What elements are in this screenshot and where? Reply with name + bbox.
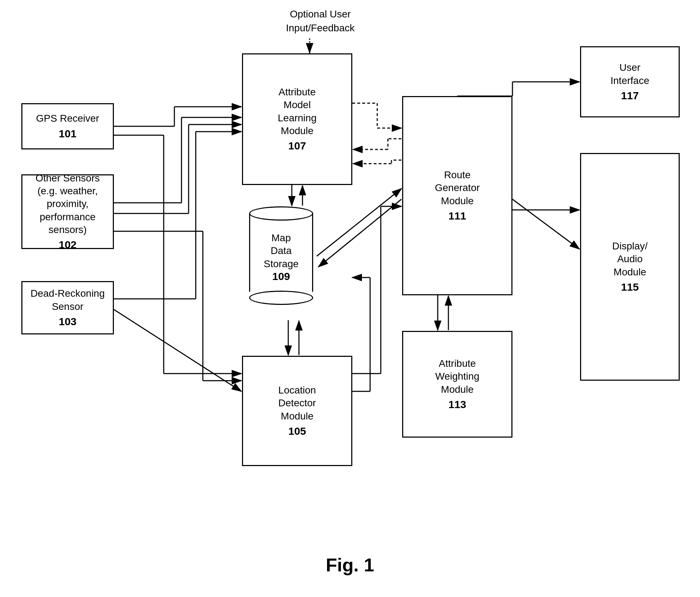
map-data-label: Map Data Storage: [264, 232, 299, 270]
optional-input-label: Optional User Input/Feedback: [270, 7, 370, 35]
diagram: Optional User Input/Feedback GPS Receive…: [0, 0, 700, 597]
attribute-model-box: Attribute Model Learning Module 107: [242, 53, 352, 185]
display-audio-box: Display/ Audio Module 115: [580, 153, 680, 381]
attribute-weighting-label: Attribute Weighting Module: [435, 357, 479, 396]
gps-receiver-label: GPS Receiver: [36, 112, 99, 125]
svg-line-48: [512, 199, 579, 249]
cyl-body: Map Data Storage 109: [249, 213, 313, 292]
location-detector-box: Location Detector Module 105: [242, 356, 352, 466]
user-interface-box: User Interface 117: [580, 46, 680, 117]
other-sensors-box: Other Sensors (e.g. weather, proximity, …: [21, 174, 114, 249]
dead-reckoning-label: Dead-Reckoning Sensor: [31, 287, 105, 313]
dead-reckoning-box: Dead-Reckoning Sensor 103: [21, 281, 114, 334]
attribute-model-num: 107: [288, 139, 306, 153]
dotted-line: [309, 38, 310, 54]
location-detector-num: 105: [288, 424, 306, 438]
user-interface-label: User Interface: [611, 61, 649, 87]
user-interface-num: 117: [621, 89, 639, 102]
svg-line-44: [319, 199, 401, 267]
location-detector-label: Location Detector Module: [278, 384, 316, 423]
dead-reckoning-num: 103: [59, 315, 77, 328]
display-audio-label: Display/ Audio Module: [612, 240, 648, 279]
route-generator-num: 111: [448, 209, 466, 223]
attribute-model-label: Attribute Model Learning Module: [278, 86, 317, 138]
cyl-top: [249, 206, 313, 221]
map-data-storage-container: Map Data Storage 109: [246, 206, 317, 305]
other-sensors-num: 102: [59, 238, 77, 252]
attribute-weighting-box: Attribute Weighting Module 113: [402, 331, 512, 438]
gps-receiver-box: GPS Receiver 101: [21, 103, 114, 149]
route-generator-box: Route Generator Module 111: [402, 96, 512, 295]
map-data-cylinder: Map Data Storage 109: [249, 206, 313, 305]
display-audio-num: 115: [621, 280, 639, 294]
route-generator-label: Route Generator Module: [435, 169, 480, 207]
svg-line-17: [114, 310, 241, 391]
figure-label: Fig. 1: [0, 554, 700, 576]
cyl-bottom: [249, 291, 313, 305]
other-sensors-label: Other Sensors (e.g. weather, proximity, …: [26, 172, 109, 237]
map-data-num: 109: [272, 270, 290, 282]
gps-receiver-num: 101: [59, 127, 77, 141]
attribute-weighting-num: 113: [448, 397, 466, 411]
svg-line-43: [317, 189, 401, 256]
